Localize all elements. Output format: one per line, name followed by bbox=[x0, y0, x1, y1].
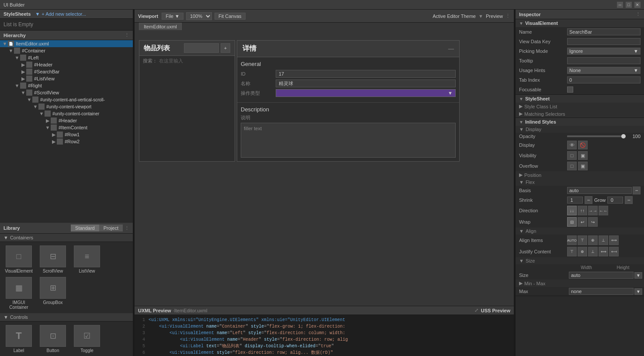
ai-auto-button[interactable]: AUTO bbox=[567, 235, 577, 245]
opacity-slider[interactable] bbox=[567, 135, 626, 137]
dir-row-rev-button[interactable]: ←← bbox=[599, 206, 608, 215]
ai-start-button[interactable]: ⊤ bbox=[578, 235, 587, 245]
jc-space-around-button[interactable]: ⟻ bbox=[609, 247, 619, 256]
wrap-wrap-button[interactable]: ↩ bbox=[578, 217, 587, 227]
jc-center-button[interactable]: ⊕ bbox=[578, 247, 587, 256]
id-input[interactable] bbox=[276, 70, 456, 78]
lib-item-button[interactable]: ⊡ Button bbox=[38, 325, 68, 353]
jc-space-between-button[interactable]: ⟺ bbox=[599, 247, 608, 256]
tree-item-unity-vert[interactable]: ▼ #unity-content-and-vertical-scroll- bbox=[0, 96, 133, 103]
add-item-button[interactable]: + bbox=[221, 43, 230, 53]
maximize-button[interactable]: □ bbox=[626, 2, 632, 8]
hidden-button[interactable]: ▣ bbox=[578, 151, 588, 160]
wrap-nowrap-button[interactable]: ⊟ bbox=[567, 217, 577, 227]
add-selector-button[interactable]: ▼ + Add new selector... bbox=[35, 11, 86, 17]
opacity-thumb[interactable] bbox=[621, 134, 626, 138]
tree-item-right[interactable]: ▼ #Right bbox=[0, 82, 133, 89]
grow-input[interactable] bbox=[607, 197, 623, 204]
ai-stretch-button[interactable]: ⟺ bbox=[609, 235, 619, 245]
pm-select[interactable]: Ignore ▼ bbox=[567, 48, 641, 55]
tree-item-left[interactable]: ▼ #Left bbox=[0, 54, 133, 61]
align-header[interactable]: ▼ Align bbox=[516, 228, 644, 235]
library-menu-icon[interactable]: ⋮ bbox=[125, 225, 129, 231]
position-header[interactable]: ▶ Position bbox=[516, 171, 644, 179]
min-max-header[interactable]: ▶ Min - Max bbox=[516, 280, 644, 287]
tree-item-listview[interactable]: ▶ #ListView bbox=[0, 75, 133, 82]
inlined-styles-header[interactable]: ▼ Inlined Styles bbox=[516, 118, 644, 126]
detail-close-button[interactable]: — bbox=[448, 45, 454, 52]
file-menu-button[interactable]: File ▼ bbox=[162, 13, 184, 20]
tooltip-input[interactable] bbox=[567, 57, 641, 64]
tree-item-row1[interactable]: ▶ #Row1 bbox=[0, 131, 133, 138]
tree-item-item-content[interactable]: ▼ #ItemContent bbox=[0, 124, 133, 131]
overflow-visible-button[interactable]: □ bbox=[567, 162, 577, 170]
grow-minus-button[interactable]: − bbox=[625, 196, 633, 204]
visible-button[interactable]: □ bbox=[567, 151, 577, 160]
style-class-list-label[interactable]: ▶ Style Class List bbox=[516, 103, 644, 110]
tree-item-unity-container[interactable]: ▼ #unity-content-container bbox=[0, 110, 133, 117]
tree-item-container[interactable]: ▼ #Container bbox=[0, 47, 133, 54]
ti-input[interactable] bbox=[567, 76, 641, 83]
hierarchy-menu-icon[interactable]: ⋮ bbox=[125, 32, 129, 38]
shrink-input[interactable] bbox=[567, 197, 583, 204]
vdk-input[interactable] bbox=[567, 38, 641, 45]
basis-input[interactable] bbox=[567, 187, 632, 194]
tree-item-header1[interactable]: ▶ #Header bbox=[0, 61, 133, 68]
tree-item-row2[interactable]: ▶ #Row2 bbox=[0, 138, 133, 145]
lib-item-scroll-view[interactable]: ⊟ ScrollView bbox=[38, 245, 68, 273]
canvas-area[interactable]: ItemEditor.uxml 物品列表 + bbox=[135, 23, 514, 306]
inspector-dots-icon[interactable]: ⋮ bbox=[636, 11, 641, 17]
tree-item-unity-viewport[interactable]: ▼ #unity-content-viewport bbox=[0, 103, 133, 110]
containers-section-header[interactable]: ▼ Containers bbox=[0, 234, 133, 242]
basis-minus-button[interactable]: − bbox=[633, 187, 641, 194]
list-action-btn[interactable] bbox=[184, 43, 219, 53]
tab-project[interactable]: Project bbox=[99, 225, 123, 232]
lib-item-label[interactable]: T Label bbox=[3, 325, 34, 353]
display-flex-button[interactable]: 👁 bbox=[567, 141, 577, 149]
lib-item-list-view[interactable]: ≡ ListView bbox=[72, 245, 102, 273]
close-button[interactable]: ✕ bbox=[634, 2, 641, 8]
width-input[interactable] bbox=[569, 272, 634, 279]
preview-button[interactable]: Preview bbox=[486, 14, 503, 19]
controls-section-header[interactable]: ▼ Controls bbox=[0, 313, 133, 321]
name-input[interactable] bbox=[276, 79, 456, 87]
focusable-checkbox[interactable] bbox=[567, 86, 573, 93]
lib-item-visual-element[interactable]: □ VisualElement bbox=[3, 245, 34, 273]
dir-col-rev-button[interactable]: ↑↑ bbox=[578, 206, 587, 215]
dir-row-button[interactable]: →→ bbox=[588, 206, 598, 215]
dir-col-button[interactable]: ↓↓ bbox=[567, 206, 577, 215]
visual-element-header[interactable]: ▼ VisualElement bbox=[516, 19, 644, 27]
overflow-hidden-button[interactable]: ▣ bbox=[578, 162, 588, 170]
lib-item-imgui-container[interactable]: ▦ IMGUI Container bbox=[3, 277, 34, 310]
minimize-button[interactable]: ─ bbox=[617, 2, 623, 8]
lib-item-toggle[interactable]: ☑ Toggle bbox=[72, 325, 102, 353]
tree-item-item-editor[interactable]: ▼ 📄 ItemEditor.uxml bbox=[0, 40, 133, 47]
max-width-input[interactable] bbox=[569, 288, 634, 295]
theme-dropdown-icon[interactable]: ▼ bbox=[478, 14, 483, 19]
display-header[interactable]: ▼ Display bbox=[516, 126, 644, 133]
ai-center-button[interactable]: ⊕ bbox=[588, 235, 598, 245]
preview-dots-icon[interactable]: ⋮ bbox=[506, 13, 510, 19]
tree-item-searchbar[interactable]: ▶ #SearchBar bbox=[0, 68, 133, 75]
desc-content[interactable]: filler text bbox=[241, 123, 456, 158]
tab-standard[interactable]: Standard bbox=[71, 225, 99, 232]
zoom-select[interactable]: 100% bbox=[186, 12, 212, 20]
ai-end-button[interactable]: ⊥ bbox=[599, 235, 608, 245]
width-unit-button[interactable]: ▼ bbox=[634, 272, 642, 279]
name-prop-input[interactable] bbox=[567, 28, 641, 35]
shrink-minus-button[interactable]: − bbox=[585, 196, 592, 204]
stylesheet-header[interactable]: ▼ StyleSheet bbox=[516, 95, 644, 103]
expand-icon[interactable]: ⤢ bbox=[474, 308, 478, 313]
max-width-unit-button[interactable]: ▼ bbox=[634, 288, 642, 295]
search-placeholder[interactable]: 在这里输入 bbox=[159, 58, 183, 64]
size-header[interactable]: ▼ Size bbox=[516, 257, 644, 264]
type-dropdown[interactable]: ▼ bbox=[276, 89, 456, 97]
tree-item-ui-header[interactable]: ▶ #Header bbox=[0, 117, 133, 124]
flex-header[interactable]: ▼ Flex bbox=[516, 179, 644, 186]
tree-item-scrollview[interactable]: ▼ #ScrollView bbox=[0, 89, 133, 96]
display-none-button[interactable]: 🚫 bbox=[578, 141, 588, 149]
jc-start-button[interactable]: ⊤ bbox=[567, 247, 577, 256]
lib-item-group-box[interactable]: ⊞ GroupBox bbox=[38, 277, 68, 310]
item-editor-tab[interactable]: ItemEditor.uxml bbox=[139, 23, 182, 30]
matching-selectors-label[interactable]: ▶ Matching Selectors bbox=[516, 110, 644, 118]
